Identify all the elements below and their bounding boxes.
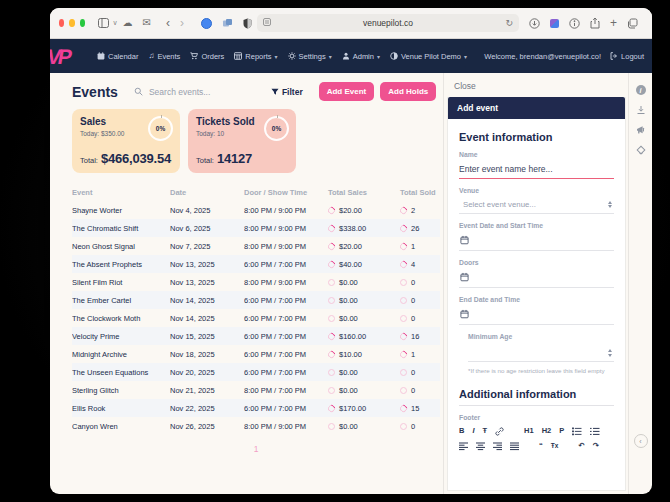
pagination-page-1[interactable]: 1 — [72, 444, 440, 454]
nav-item-admin[interactable]: Admin ▾ — [342, 52, 380, 61]
tickets-total-label: Total: — [196, 156, 214, 165]
strikethrough-icon[interactable]: Ŧ — [483, 427, 488, 435]
event-date-label: Event Date and Start Time — [459, 222, 614, 229]
link-icon[interactable] — [495, 427, 504, 436]
tickets-total-value: 14127 — [217, 151, 252, 166]
sales-progress-ring — [328, 423, 335, 430]
calendar-icon — [460, 235, 469, 245]
mail-icon[interactable]: ✉ — [143, 18, 151, 28]
add-holds-button[interactable]: Add Holds — [380, 82, 436, 101]
select-stepper-icon — [608, 201, 612, 209]
reports-grid-icon — [234, 52, 242, 60]
table-row[interactable]: Sterling Glitch Nov 21, 2025 8:00 PM / 7… — [72, 381, 440, 399]
table-row[interactable]: The Chromatic Shift Nov 6, 2025 8:00 PM … — [72, 219, 440, 237]
filter-button[interactable]: Filter — [271, 87, 303, 97]
doors-field[interactable] — [459, 266, 614, 288]
nav-item-reports[interactable]: Reports ▾ — [234, 52, 277, 61]
footer-label: Footer — [459, 414, 614, 421]
info-icon[interactable] — [569, 18, 580, 29]
downloads-icon[interactable] — [529, 18, 540, 29]
forward-icon[interactable]: › — [180, 17, 184, 29]
italic-icon[interactable]: I — [472, 427, 474, 435]
venue-select[interactable]: Select event venue... — [459, 194, 614, 214]
nav-item-calendar[interactable]: Calendar — [97, 52, 138, 61]
collapse-icon[interactable]: ‹ — [634, 434, 648, 448]
h2-icon[interactable]: H2 — [542, 427, 552, 435]
paragraph-icon[interactable]: P — [559, 427, 564, 435]
new-tab-icon[interactable]: + — [610, 17, 617, 29]
ordered-list-icon[interactable] — [590, 427, 600, 436]
events-table-body: Shayne Worter Nov 4, 2025 8:00 PM / 9:00… — [72, 201, 440, 435]
nav-item-settings[interactable]: Settings ▾ — [288, 52, 332, 61]
align-right-icon[interactable] — [493, 442, 502, 451]
sidebar-icon[interactable] — [98, 18, 109, 28]
nav-item-events[interactable]: ♫ Events — [148, 52, 180, 61]
zoom-window-button[interactable] — [80, 19, 85, 27]
extension-shield-icon[interactable] — [243, 18, 252, 29]
table-row[interactable]: Silent Film Riot Nov 13, 2025 8:00 PM / … — [72, 273, 440, 291]
reload-icon[interactable]: ↻ — [505, 18, 513, 28]
additional-information-heading: Additional information — [459, 388, 614, 406]
table-header-row: Event Date Door / Show Time Total Sales … — [72, 185, 440, 201]
logout-button[interactable]: Logout — [610, 52, 644, 61]
extension-tabs-icon[interactable] — [222, 18, 233, 28]
tab-overview-icon[interactable] — [627, 18, 638, 29]
align-justify-icon[interactable] — [510, 442, 519, 451]
column-header-time[interactable]: Door / Show Time — [244, 185, 328, 201]
table-row[interactable]: Ellis Rook Nov 22, 2025 6:00 PM / 7:00 P… — [72, 399, 440, 417]
sold-progress-ring — [400, 315, 407, 322]
layers-icon[interactable] — [636, 145, 646, 155]
calendar-icon — [97, 52, 105, 60]
table-row[interactable]: The Unseen Equations Nov 20, 2025 6:00 P… — [72, 363, 440, 381]
column-header-total-sold[interactable]: Total Sold — [400, 185, 440, 201]
redo-icon[interactable]: ↷ — [593, 442, 599, 450]
reader-icon[interactable] — [263, 18, 271, 28]
nav-item-orders[interactable]: Orders — [190, 52, 224, 61]
nav-item-venue-pilot-demo[interactable]: Venue Pilot Demo ▾ — [390, 52, 467, 61]
tab-group-chevron-icon[interactable]: ∨ — [112, 19, 117, 27]
table-row[interactable]: Midnight Archive Nov 18, 2025 6:00 PM / … — [72, 345, 440, 363]
end-date-field[interactable] — [459, 303, 614, 325]
table-row[interactable]: The Ember Cartel Nov 14, 2025 6:00 PM / … — [72, 291, 440, 309]
info-icon[interactable]: i — [636, 85, 646, 95]
bold-icon[interactable]: B — [459, 427, 464, 435]
search-input[interactable] — [147, 86, 271, 98]
minimize-window-button[interactable] — [69, 19, 74, 27]
add-event-button[interactable]: Add Event — [319, 82, 375, 101]
event-name-field[interactable] — [459, 158, 614, 179]
sold-progress-ring — [400, 223, 408, 233]
align-center-icon[interactable] — [476, 442, 485, 451]
close-window-button[interactable] — [59, 19, 64, 27]
blockquote-icon[interactable]: “ — [539, 442, 543, 450]
back-icon[interactable]: ‹ — [166, 17, 170, 29]
calendar-icon — [460, 309, 469, 319]
share-icon[interactable] — [590, 17, 600, 29]
table-row[interactable]: Canyon Wren Nov 26, 2025 8:00 PM / 9:00 … — [72, 417, 440, 435]
megaphone-icon[interactable] — [636, 125, 646, 135]
table-row[interactable]: Neon Ghost Signal Nov 7, 2025 8:00 PM / … — [72, 237, 440, 255]
table-row[interactable]: The Absent Prophets Nov 13, 2025 6:00 PM… — [72, 255, 440, 273]
download-icon[interactable] — [636, 105, 646, 115]
cloud-icon[interactable]: ☁ — [123, 18, 133, 28]
address-bar[interactable]: venuepilot.co ↻ — [257, 14, 519, 32]
extension-clock-icon[interactable] — [201, 18, 212, 29]
drawer-close-button[interactable]: Close — [444, 73, 628, 97]
column-header-date[interactable]: Date — [170, 185, 244, 201]
sales-progress-ring — [328, 297, 335, 304]
column-header-total-sales[interactable]: Total Sales — [328, 185, 400, 201]
align-left-icon[interactable] — [459, 442, 468, 451]
minimum-age-label: Minimum Age — [468, 333, 614, 340]
venuepilot-logo[interactable]: VP — [50, 46, 89, 67]
table-row[interactable]: Velocity Prime Nov 15, 2025 6:00 PM / 7:… — [72, 327, 440, 345]
table-row[interactable]: The Clockwork Moth Nov 14, 2025 6:00 PM … — [72, 309, 440, 327]
h1-icon[interactable]: H1 — [524, 427, 534, 435]
column-header-event[interactable]: Event — [72, 185, 170, 201]
table-row[interactable]: Shayne Worter Nov 4, 2025 8:00 PM / 9:00… — [72, 201, 440, 219]
undo-icon[interactable]: ↶ — [578, 442, 584, 450]
bullet-list-icon[interactable] — [572, 427, 582, 436]
clear-format-icon[interactable]: Ŧx — [551, 443, 559, 450]
minimum-age-select[interactable] — [468, 340, 614, 362]
event-date-field[interactable] — [459, 229, 614, 251]
extension-icon[interactable] — [550, 19, 559, 28]
cart-icon — [190, 52, 198, 60]
